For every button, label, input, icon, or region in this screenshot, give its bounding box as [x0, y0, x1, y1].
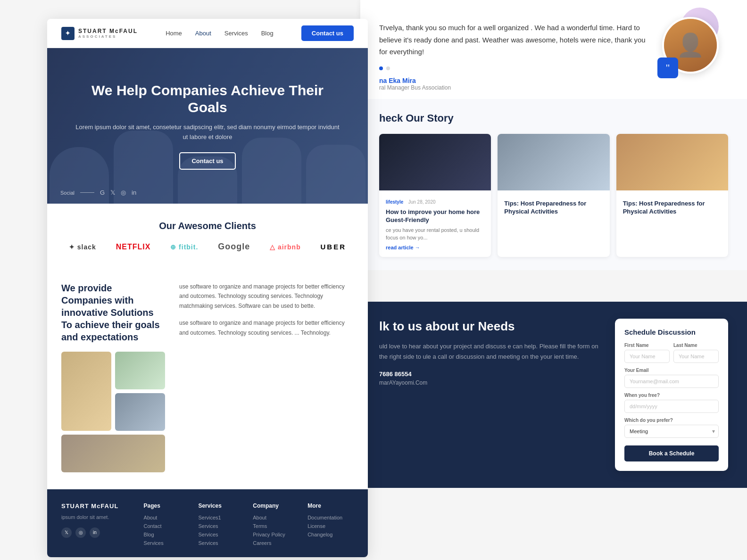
footer-services-2[interactable]: Services [198, 523, 244, 529]
footer-company-careers[interactable]: Careers [253, 540, 299, 546]
story-card-3-img [616, 134, 728, 190]
book-schedule-button[interactable]: Book a Schedule [624, 445, 719, 461]
client-netflix: NETFLIX [116, 243, 151, 251]
email-group: Your Email [624, 368, 719, 388]
client-google: Google [218, 242, 250, 252]
footer-services-title: Services [198, 502, 244, 509]
nav-cta-button[interactable]: Contact us [301, 25, 354, 41]
schedule-form-title: Schedule Discussion [624, 328, 719, 336]
about-images [61, 352, 165, 472]
last-name-label: Last Name [673, 343, 719, 348]
story-card-2[interactable]: Tips: Host Preparedness for Physical Act… [498, 134, 609, 257]
footer-company-privacy[interactable]: Privacy Policy [253, 532, 299, 537]
testimonial-dot-1[interactable] [379, 66, 383, 70]
first-name-input[interactable] [624, 350, 670, 363]
footer-linkedin[interactable]: in [90, 527, 100, 538]
navbar: ✦ STUART McFAUL ASSOCIATES Home About Se… [47, 19, 368, 48]
story-cards: lifestyle Jun 28, 2020 How to improve yo… [379, 134, 728, 257]
hero-social: Social G 𝕏 ◎ in [60, 189, 136, 196]
about-img-city-inner [115, 393, 165, 431]
contact-email: marAYayoomi.Com [379, 379, 601, 386]
logo-name: STUART McFAUL [78, 28, 138, 34]
last-name-input[interactable] [673, 350, 719, 363]
footer-company-terms[interactable]: Terms [253, 523, 299, 529]
testimonial-panel: Trvelya, thank you so much for a well or… [360, 0, 747, 108]
nav-blog[interactable]: Blog [261, 30, 274, 37]
nav-services[interactable]: Services [224, 30, 248, 37]
footer-more-changelog[interactable]: Changelog [307, 532, 354, 537]
testimonial-dot-2[interactable] [386, 66, 390, 70]
social-divider [80, 192, 94, 193]
when-label: When you free? [624, 393, 719, 398]
about-img-city [115, 393, 165, 431]
testimonial-role: ral Manager Bus Association [379, 84, 653, 91]
story-card-3-body: Tips: Host Preparedness for Physical Act… [616, 190, 728, 224]
prefer-select[interactable]: Meeting Call Chat [624, 425, 719, 438]
instagram-icon[interactable]: ◎ [121, 189, 126, 196]
story-card-1-title: How to improve your home hore Guest-Frie… [386, 208, 484, 224]
about-title: We provide Companies with innovative Sol… [61, 282, 165, 343]
about-text-2: use software to organize and manage proj… [179, 318, 354, 338]
hero-title: We Help Companies Achieve Their Goals [75, 82, 340, 116]
email-label: Your Email [624, 368, 719, 373]
footer-pages-blog[interactable]: Blog [144, 532, 190, 537]
contact-phone: 7686 86554 [379, 371, 601, 378]
quote-icon: " [657, 58, 678, 78]
story-card-1[interactable]: lifestyle Jun 28, 2020 How to improve yo… [379, 134, 491, 257]
about-left: We provide Companies with innovative Sol… [61, 282, 165, 472]
story-card-1-img [379, 134, 491, 190]
footer-twitter[interactable]: 𝕏 [61, 527, 72, 538]
story-card-3[interactable]: Tips: Host Preparedness for Physical Act… [616, 134, 728, 257]
footer-social: 𝕏 ◎ in [61, 527, 135, 538]
footer-more-license[interactable]: License [307, 523, 354, 529]
nav-about[interactable]: About [195, 30, 211, 37]
prefer-group: Which do you prefer? Meeting Call Chat [624, 418, 719, 438]
story-card-1-link[interactable]: read article → [386, 245, 484, 250]
footer-pages-contact[interactable]: Contact [144, 523, 190, 529]
testimonial-text-block: Trvelya, thank you so much for a well or… [379, 17, 653, 91]
footer-instagram[interactable]: ◎ [75, 527, 86, 538]
last-name-group: Last Name [673, 343, 719, 363]
about-section: We provide Companies with innovative Sol… [47, 265, 368, 489]
first-name-group: First Name [624, 343, 670, 363]
story-card-2-img [498, 134, 609, 190]
story-card-2-title: Tips: Host Preparedness for Physical Act… [504, 200, 603, 216]
email-input[interactable] [624, 375, 719, 388]
contact-panel: lk to us about ur Needs uld love to hear… [360, 302, 747, 488]
story-card-1-tag: lifestyle [386, 199, 403, 205]
nav-links: Home About Services Blog [166, 30, 274, 37]
footer-services-3[interactable]: Services [198, 532, 244, 537]
footer-company: Company About Terms Privacy Policy Caree… [253, 502, 299, 549]
nav-home[interactable]: Home [166, 30, 182, 37]
footer-pages-about[interactable]: About [144, 515, 190, 520]
name-row: First Name Last Name [624, 343, 719, 363]
logo: ✦ STUART McFAUL ASSOCIATES [61, 27, 138, 40]
when-input[interactable] [624, 400, 719, 413]
hero-cta-button[interactable]: Contact us [179, 152, 235, 170]
footer-services-1[interactable]: Services1 [198, 515, 244, 520]
footer-pages-title: Pages [144, 502, 190, 509]
about-img-charts-inner [115, 352, 165, 389]
client-slack: ✦ slack [69, 243, 96, 251]
first-name-label: First Name [624, 343, 670, 348]
client-fitbit: ⊕ fitbit. [170, 243, 198, 251]
footer-pages-services[interactable]: Services [144, 540, 190, 546]
hero-section: We Help Companies Achieve Their Goals Lo… [47, 48, 368, 204]
story-card-3-title: Tips: Host Preparedness for Physical Act… [623, 200, 722, 216]
hero-subtitle: Lorem ipsum dolor sit amet, consetetur s… [75, 123, 340, 142]
footer-services-4[interactable]: Services [198, 540, 244, 546]
twitter-icon[interactable]: 𝕏 [110, 189, 115, 196]
linkedin-icon[interactable]: in [132, 189, 136, 196]
footer-brand-text: ipsum dolor sit amet. [61, 513, 135, 522]
story-card-1-text: ce you have your rental posted, u should… [386, 226, 484, 242]
main-website: ✦ STUART McFAUL ASSOCIATES Home About Se… [47, 19, 368, 557]
footer-company-about[interactable]: About [253, 515, 299, 520]
schedule-form: Schedule Discussion First Name Last Name… [615, 319, 728, 471]
hero-content: We Help Companies Achieve Their Goals Lo… [47, 82, 368, 170]
about-img-books [61, 435, 165, 472]
footer-more-docs[interactable]: Documentation [307, 515, 354, 520]
logo-icon: ✦ [61, 27, 75, 40]
story-panel: heck Our Story lifestyle Jun 28, 2020 Ho… [360, 99, 747, 270]
google-icon[interactable]: G [100, 189, 105, 196]
clients-section: Our Awesome Clients ✦ slack NETFLIX ⊕ fi… [47, 204, 368, 265]
